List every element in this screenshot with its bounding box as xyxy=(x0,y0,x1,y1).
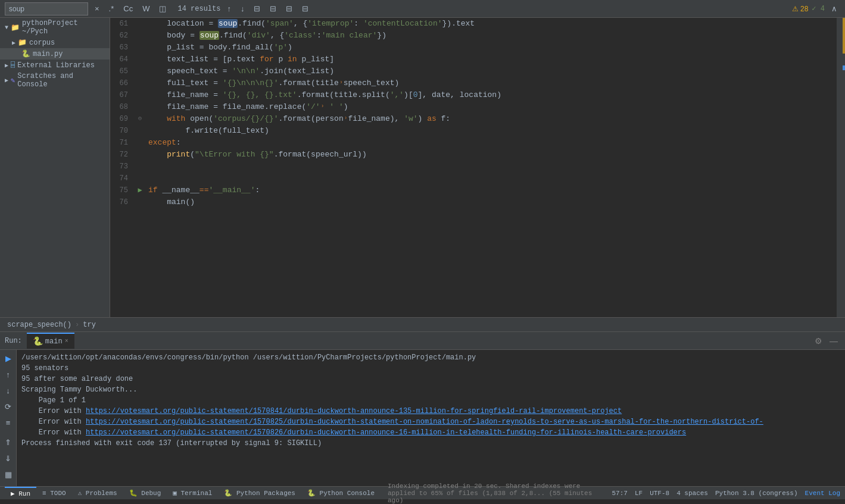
line-number: 64 xyxy=(110,54,134,65)
table-row: 67 file_name = '{}, {}, {}.txt'.format(t… xyxy=(110,89,837,101)
sidebar-item-mainpy[interactable]: 🐍 main.py xyxy=(0,48,110,60)
table-row: 61 location = soup.find('span', {'itempr… xyxy=(110,18,837,30)
table-row: 74 xyxy=(110,173,837,184)
sidebar-item-project[interactable]: ▼ 📁 pythonProject ~/Pych xyxy=(0,18,110,37)
regex-button[interactable]: .* xyxy=(106,3,117,14)
table-row: 71 except: xyxy=(110,137,837,149)
line-number: 67 xyxy=(110,89,134,101)
run-label: Run: xyxy=(5,337,22,345)
status-tab-run[interactable]: ▶ Run xyxy=(5,487,36,499)
list-item: Error with https://votesmart.org/public-… xyxy=(21,427,840,438)
layout-button[interactable]: ▦ xyxy=(2,468,15,481)
scroll-up-button[interactable]: ⇑ xyxy=(2,436,15,449)
event-log-link[interactable]: Event Log xyxy=(805,490,840,497)
error-link-2[interactable]: https://votesmart.org/public-statement/1… xyxy=(86,418,763,426)
code-lines: 61 location = soup.find('span', {'itempr… xyxy=(110,18,837,208)
python-icon: 🐍 xyxy=(33,336,43,346)
play-button[interactable]: ▶ xyxy=(2,352,15,365)
code-editor[interactable]: 61 location = soup.find('span', {'itempr… xyxy=(110,18,837,317)
next-result-button[interactable]: ↓ xyxy=(238,3,248,14)
table-row: 62 body = soup.find('div', {'class':'mai… xyxy=(110,30,837,42)
sidebar-item-scratches[interactable]: ▶ ✎ Scratches and Console xyxy=(0,71,110,90)
sidebar-item-corpus[interactable]: ▶ 📁 corpus xyxy=(0,37,110,48)
run-panel: Run: 🐍 main × ⚙ — ▶ ↑ ↓ ⟳ ≡ ⇑ ⇓ ▦ xyxy=(0,331,845,486)
breadcrumb: scrape_speech() › try xyxy=(0,317,845,331)
error-link-3[interactable]: https://votesmart.org/public-statement/1… xyxy=(86,428,686,437)
line-number: 76 xyxy=(110,196,134,208)
status-tab-console[interactable]: 🐍 Python Console xyxy=(301,487,381,499)
ok-badge: ✓ 4 xyxy=(812,4,825,13)
sidebar-item-label: Scratches and Console xyxy=(17,72,107,89)
table-row: 64 text_list = [p.text for p in p_list] xyxy=(110,54,837,65)
filter2-button[interactable]: ⊟ xyxy=(267,3,279,14)
rerun-button[interactable]: ⟳ xyxy=(2,400,15,413)
table-row: 69 ⊖ with open('corpus/{}/{}'.format(per… xyxy=(110,113,837,125)
sidebar-item-ext-libs[interactable]: ▶ ⌸ External Libraries xyxy=(0,60,110,71)
list-item: Scraping Tammy Duckworth... xyxy=(21,384,840,395)
scratch-icon: ✎ xyxy=(11,76,15,85)
status-bar: ▶ Run ≡ TODO ⚠ Problems 🐛 Debug ▣ Termin… xyxy=(0,486,845,499)
table-row: 70 f.write(full_text) xyxy=(110,125,837,137)
settings-button[interactable]: ⚙ xyxy=(812,335,825,347)
folder-icon: 📁 xyxy=(18,38,27,47)
arrow-icon: ▶ xyxy=(12,39,15,46)
run-output[interactable]: /users/wittion/opt/anacondas/envs/congre… xyxy=(17,350,845,486)
python-version: Python 3.8 (congress) xyxy=(715,490,798,497)
run-tab-main[interactable]: 🐍 main × xyxy=(27,333,74,349)
filter-run-button[interactable]: ≡ xyxy=(2,417,15,429)
breadcrumb-block[interactable]: try xyxy=(83,321,96,329)
close-tab-button[interactable]: × xyxy=(65,338,68,345)
python-file-icon: 🐍 xyxy=(21,49,30,58)
fold-icon[interactable]: ⊖ xyxy=(138,113,142,125)
code-content: except: xyxy=(146,137,837,149)
filter-button[interactable]: ⊟ xyxy=(251,3,263,14)
stop-up-button[interactable]: ↑ xyxy=(2,368,15,381)
list-item: 95 after some already done xyxy=(21,374,840,384)
minimize-button[interactable]: — xyxy=(827,335,840,347)
code-content: file_name = file_name.replace('/'˒ ' ') xyxy=(146,101,837,113)
warning-badge[interactable]: ⚠ 28 xyxy=(792,5,809,13)
line-number: 63 xyxy=(110,42,134,54)
run-content: ▶ ↑ ↓ ⟳ ≡ ⇑ ⇓ ▦ 🖨 ✕ /users/wittion/opt/a… xyxy=(0,350,845,486)
indent-size: 4 spaces xyxy=(676,490,708,497)
table-row: 68 file_name = file_name.replace('/'˒ ' … xyxy=(110,101,837,113)
scroll-down-button[interactable]: ⇓ xyxy=(2,452,15,465)
code-content: speech_text = '\n\n'.join(text_list) xyxy=(146,65,837,77)
search-input[interactable] xyxy=(5,2,88,15)
case-button[interactable]: Cc xyxy=(120,3,136,14)
prev-result-button[interactable]: ↑ xyxy=(224,3,234,14)
status-tab-debug[interactable]: 🐛 Debug xyxy=(123,487,167,499)
status-tab-todo[interactable]: ≡ TODO xyxy=(36,487,72,499)
error-link-1[interactable]: https://votesmart.org/public-statement/1… xyxy=(86,407,622,415)
preview-button[interactable]: ◫ xyxy=(156,3,169,14)
run-button[interactable]: ▶ xyxy=(138,184,142,196)
line-number: 61 xyxy=(110,18,134,30)
line-number: 68 xyxy=(110,101,134,113)
close-search-button[interactable]: × xyxy=(92,3,102,14)
sidebar-item-label: corpus xyxy=(29,39,55,47)
expand-button[interactable]: ∧ xyxy=(828,3,840,14)
status-tab-problems[interactable]: ⚠ Problems xyxy=(72,487,123,499)
arrow-icon: ▼ xyxy=(5,24,8,31)
word-button[interactable]: W xyxy=(139,3,152,14)
status-tab-terminal[interactable]: ▣ Terminal xyxy=(167,487,218,499)
right-gutter xyxy=(837,18,845,317)
breadcrumb-func[interactable]: scrape_speech() xyxy=(7,321,71,329)
filter3-button[interactable]: ⊟ xyxy=(283,3,295,14)
encoding: UTF-8 xyxy=(650,490,669,497)
run-panel-header: Run: 🐍 main × ⚙ — xyxy=(0,332,845,350)
list-item: 95 senators xyxy=(21,363,840,374)
run-panel-icons: ⚙ — xyxy=(812,335,840,347)
top-search-bar: × .* Cc W ◫ 14 results ↑ ↓ ⊟ ⊟ ⊟ ⊟ ⚠ 28 … xyxy=(0,0,845,18)
code-content: text_list = [p.text for p in p_list] xyxy=(146,54,837,65)
table-row: 72 print("\tError with {}".format(speech… xyxy=(110,149,837,161)
filter4-button[interactable]: ⊟ xyxy=(299,3,311,14)
line-number: 69 xyxy=(110,113,134,125)
table-row: 66 full_text = '{}\n\n\n{}'.format(title… xyxy=(110,77,837,89)
list-item: Page 1 of 1 xyxy=(21,395,840,406)
stop-down-button[interactable]: ↓ xyxy=(2,384,15,397)
sidebar: ▼ 📁 pythonProject ~/Pych ▶ 📁 corpus 🐍 ma… xyxy=(0,18,110,317)
code-content: with open('corpus/{}/{}'.format(person˒f… xyxy=(146,113,837,125)
status-tab-packages[interactable]: 🐍 Python Packages xyxy=(218,487,301,499)
print-button[interactable]: 🖨 xyxy=(2,484,15,486)
